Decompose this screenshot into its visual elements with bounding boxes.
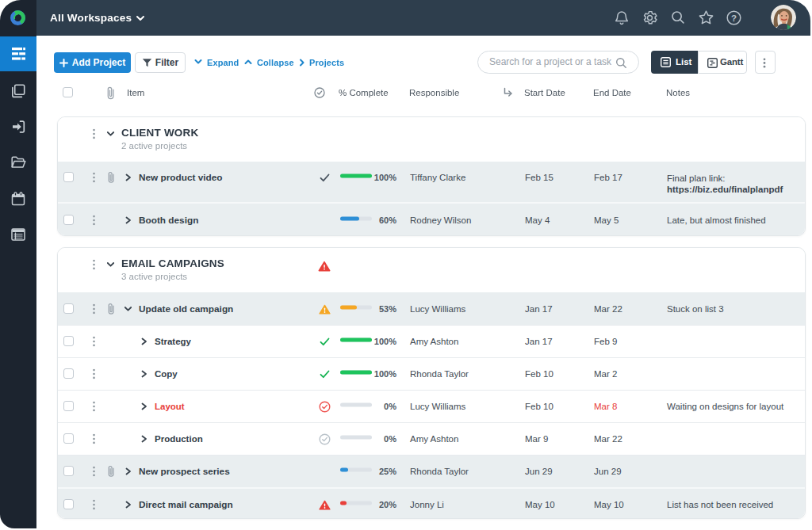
svg-text:?: ? (731, 13, 737, 23)
